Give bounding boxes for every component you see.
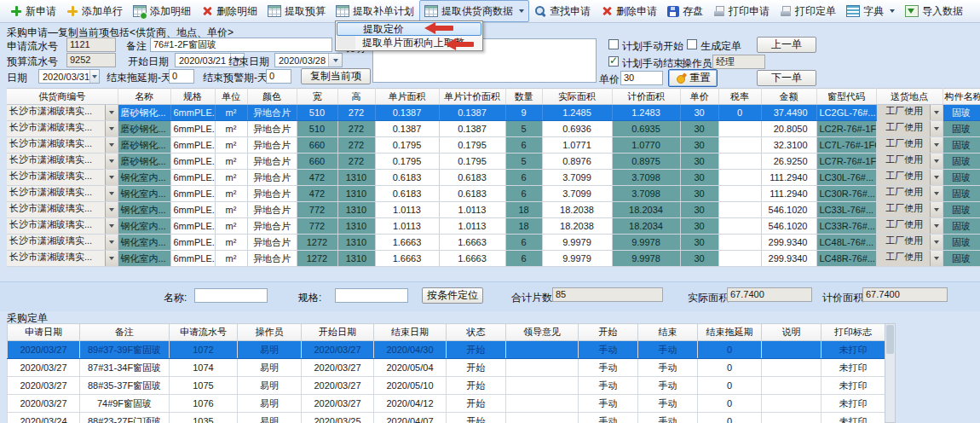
chevron-down-icon[interactable] (105, 105, 118, 120)
column-header-piece-area[interactable]: 单片面积 (375, 89, 439, 105)
toolbar-button-find-apply[interactable]: 查找申请 (529, 0, 596, 22)
cell-supplier[interactable]: 长沙市潇湘玻璃实... (7, 121, 118, 137)
column-header-name[interactable]: 名称 (118, 89, 170, 105)
cell-delivery-location[interactable]: 工厂使用 (876, 170, 943, 186)
table-row[interactable]: 长沙市潇湘玻璃实...磨砂钢化...6mmPLE...m²异地合片5102720… (7, 121, 980, 137)
cell-supplier[interactable]: 长沙市潇湘玻璃实... (7, 235, 118, 251)
toolbar-button-print-apply[interactable]: 打印申请 (708, 0, 775, 22)
table-row[interactable]: 长沙市潇湘玻璃实...钢化室内...6mmPLE...m²异地合片4721310… (7, 170, 980, 186)
chevron-down-icon[interactable] (105, 121, 118, 136)
order-row[interactable]: 2020/03/2789#37-39F窗固玻1072易明2020/03/2720… (8, 341, 885, 359)
cell-delivery-location[interactable]: 工厂使用 (876, 218, 943, 235)
reset-button[interactable]: 重置 (668, 69, 718, 87)
cell-supplier[interactable]: 长沙市潇湘玻璃实... (7, 137, 118, 154)
chevron-down-icon[interactable] (930, 121, 943, 136)
price-field[interactable]: 30 (620, 71, 663, 85)
chevron-down-icon[interactable] (930, 202, 943, 217)
table-row[interactable]: 长沙市潇湘玻璃实...钢化室内...6mmPLE...m²异地合片7721310… (7, 218, 980, 235)
cell-delivery-location[interactable]: 工厂使用 (876, 251, 943, 267)
cell-supplier[interactable]: 长沙市潇湘玻璃实... (7, 154, 118, 170)
column-header-delivery-location[interactable]: 送货地点 (876, 89, 943, 105)
toolbar-button-add-row[interactable]: 添加单行 (61, 0, 128, 22)
table-row[interactable]: 长沙市潇湘玻璃实...磨砂钢化...6mmPLE...m²异地合片5102720… (7, 105, 980, 121)
column-header-unit[interactable]: 单位 (215, 89, 247, 105)
manual-start-checkbox[interactable] (608, 39, 619, 49)
gen-order-checkbox[interactable] (687, 39, 697, 49)
chevron-down-icon[interactable] (105, 202, 118, 217)
remark-field[interactable]: 76#1-2F窗固玻 (150, 38, 332, 52)
end-date-select[interactable]: 2020/03/28 (274, 53, 343, 67)
chevron-down-icon[interactable] (930, 137, 943, 153)
cell-supplier[interactable]: 长沙市潇湘玻璃实... (7, 251, 118, 267)
column-header-width[interactable]: 宽 (297, 89, 337, 105)
cell-supplier[interactable]: 长沙市潇湘玻璃实... (7, 186, 118, 202)
toolbar-button-extract-supplier-data[interactable]: 提取供货商数据 (419, 0, 529, 22)
next-order-button[interactable]: 下一单 (757, 70, 816, 86)
cell-delivery-location[interactable]: 工厂使用 (876, 137, 943, 154)
chevron-down-icon[interactable] (930, 235, 943, 250)
chevron-down-icon[interactable] (930, 186, 943, 201)
toolbar-button-import-data[interactable]: 导入数据 (900, 0, 968, 22)
table-row[interactable]: 长沙市潇湘玻璃实...钢化室内...6mmPLE...m²异地合片4721310… (7, 186, 980, 202)
cell-delivery-location[interactable]: 工厂使用 (876, 235, 943, 251)
orders-column-header-print-flag[interactable]: 打印标志 (821, 324, 885, 341)
order-row[interactable]: 2020/03/2787#31-34F窗固玻1074易明2020/03/2720… (8, 359, 885, 377)
orders-column-header-note[interactable]: 说明 (762, 324, 821, 341)
chevron-down-icon[interactable] (105, 154, 118, 169)
cell-delivery-location[interactable]: 工厂使用 (876, 154, 943, 170)
filter-name-input[interactable] (194, 288, 268, 303)
column-header-supplier[interactable]: 供货商编号 (7, 89, 118, 105)
column-header-amount[interactable]: 金额 (761, 89, 816, 105)
toolbar-button-delete-apply[interactable]: 删除申请 (596, 0, 662, 22)
column-header-tax-rate[interactable]: 税率 (718, 89, 761, 105)
manual-end-checkbox[interactable] (608, 56, 619, 67)
cell-delivery-location[interactable]: 工厂使用 (876, 121, 943, 137)
order-row[interactable]: 2020/03/2488#23-27F门顶玻1035易明2020/03/2520… (8, 413, 885, 423)
chevron-down-icon[interactable] (930, 170, 943, 185)
column-header-actual-area[interactable]: 实际面积 (542, 89, 612, 105)
chevron-down-icon[interactable] (105, 251, 118, 266)
delay-field[interactable]: 0 (169, 69, 194, 84)
orders-column-header-status[interactable]: 状态 (447, 324, 506, 341)
orders-column-header-end-date[interactable]: 结束日期 (374, 324, 447, 341)
column-header-window-code[interactable]: 窗型代码 (816, 89, 876, 105)
chevron-down-icon[interactable] (105, 235, 118, 250)
toolbar-button-dictionary[interactable]: 字典 (841, 0, 900, 22)
table-row[interactable]: 长沙市潇湘玻璃实...磨砂钢化...6mmPLE...m²异地合片6602720… (7, 137, 980, 154)
orders-column-header-start[interactable]: 开始 (579, 324, 638, 341)
chevron-down-icon[interactable] (930, 105, 943, 120)
column-header-spec[interactable]: 规格 (170, 89, 215, 105)
toolbar-button-save[interactable]: 存盘 (662, 0, 708, 22)
toolbar-button-print-order[interactable]: 打印定单 (775, 0, 841, 22)
warn-field[interactable]: 0 (266, 69, 291, 84)
date-select[interactable]: 2020/03/31 (38, 69, 100, 84)
cell-supplier[interactable]: 长沙市潇湘玻璃实... (7, 105, 118, 121)
chevron-down-icon[interactable] (930, 154, 943, 169)
cell-supplier[interactable]: 长沙市潇湘玻璃实... (7, 218, 118, 235)
cell-supplier[interactable]: 长沙市潇湘玻璃实... (7, 202, 118, 218)
chevron-down-icon[interactable] (89, 70, 99, 83)
table-row[interactable]: 长沙市潇湘玻璃实...钢化室内...6mmPLE...m²异地合片1272131… (7, 251, 980, 267)
budget-no-field[interactable]: 9252 (66, 53, 116, 67)
orders-column-header-end-delay[interactable]: 结束拖延期 (698, 324, 762, 341)
cell-delivery-location[interactable]: 工厂使用 (876, 105, 943, 121)
scrollbar-thumb[interactable] (886, 325, 894, 354)
toolbar-button-extract-supplement-plan[interactable]: 提取补单计划 (331, 0, 419, 22)
cell-supplier[interactable]: 长沙市潇湘玻璃实... (7, 170, 118, 186)
table-row[interactable]: 长沙市潇湘玻璃实...磨砂钢化...6mmPLE...m²异地合片6602720… (7, 154, 980, 170)
chevron-down-icon[interactable] (105, 137, 118, 153)
filter-spec-input[interactable] (335, 288, 408, 303)
cell-delivery-location[interactable]: 工厂使用 (876, 202, 943, 218)
apply-no-field[interactable]: 1121 (66, 38, 116, 52)
orders-column-header-apply-no[interactable]: 申请流水号 (170, 324, 238, 341)
orders-column-header-operator[interactable]: 操作员 (238, 324, 302, 341)
orders-column-header-start-date[interactable]: 开始日期 (302, 324, 374, 341)
chevron-down-icon[interactable] (930, 251, 943, 266)
chevron-down-icon[interactable] (105, 218, 118, 234)
orders-scrollbar[interactable] (885, 323, 896, 423)
orders-column-header-end[interactable]: 结束 (638, 324, 698, 341)
column-header-billing-area[interactable]: 计价面积 (612, 89, 680, 105)
toolbar-button-add-detail[interactable]: 添加明细 (128, 0, 196, 22)
orders-column-header-remark[interactable]: 备注 (80, 324, 170, 341)
column-header-qty[interactable]: 数量 (505, 89, 542, 105)
